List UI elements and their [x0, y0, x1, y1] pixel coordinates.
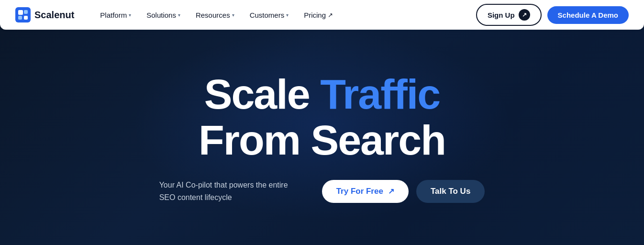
hero-buttons: Try For Free ↗ Talk To Us [322, 180, 485, 203]
svg-rect-4 [24, 16, 28, 20]
nav-actions: Sign Up ↗ Schedule A Demo [476, 4, 629, 26]
nav-item-platform[interactable]: Platform ▾ [93, 7, 138, 23]
hero-section: Scale Traffic From Search Your AI Co-pil… [0, 0, 644, 245]
external-link-icon: ↗ [328, 11, 333, 19]
schedule-demo-button[interactable]: Schedule A Demo [547, 6, 629, 24]
logo-text: Scalenut [34, 10, 74, 21]
svg-rect-1 [18, 10, 23, 15]
chevron-down-icon: ▾ [178, 12, 180, 18]
hero-bottom: Your AI Co-pilot that powers the entire … [159, 179, 485, 203]
scalenut-logo-icon [15, 7, 31, 22]
chevron-down-icon: ▾ [232, 12, 234, 18]
nav-item-pricing[interactable]: Pricing ↗ [297, 7, 340, 23]
hero-title: Scale Traffic From Search [199, 71, 445, 164]
logo-link[interactable]: Scalenut [15, 7, 74, 22]
arrow-circle-icon: ↗ [519, 9, 530, 21]
sign-up-button[interactable]: Sign Up ↗ [476, 4, 542, 26]
chevron-down-icon: ▾ [129, 12, 131, 18]
hero-title-line1: Scale Traffic [199, 71, 445, 118]
nav-links: Platform ▾ Solutions ▾ Resources ▾ Custo… [93, 7, 476, 23]
svg-rect-0 [15, 7, 31, 22]
try-for-free-button[interactable]: Try For Free ↗ [322, 180, 409, 203]
hero-title-line2: From Search [199, 117, 445, 164]
arrow-icon: ↗ [388, 187, 394, 196]
navbar: Scalenut Platform ▾ Solutions ▾ Resource… [0, 0, 644, 30]
talk-to-us-button[interactable]: Talk To Us [416, 180, 485, 203]
svg-rect-3 [18, 16, 22, 20]
nav-item-solutions[interactable]: Solutions ▾ [140, 7, 187, 23]
hero-content: Scale Traffic From Search Your AI Co-pil… [159, 71, 485, 204]
nav-item-resources[interactable]: Resources ▾ [189, 7, 241, 23]
nav-item-customers[interactable]: Customers ▾ [243, 7, 296, 23]
chevron-down-icon: ▾ [286, 12, 289, 18]
hero-subtitle: Your AI Co-pilot that powers the entire … [159, 179, 293, 203]
svg-rect-2 [24, 10, 28, 14]
